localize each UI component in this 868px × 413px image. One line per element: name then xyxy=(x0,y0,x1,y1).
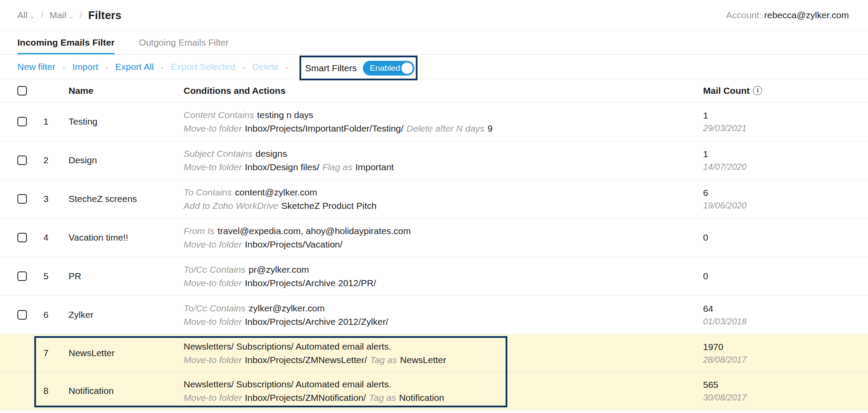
condition-value: zylker@zylker.com xyxy=(249,303,325,313)
toolbar-links: New filter•Import•Export All•Export Sele… xyxy=(17,62,296,72)
table-row[interactable]: 2 Design Subject Containsdesigns Move-to… xyxy=(0,141,868,180)
mail-count-value: 1 xyxy=(703,110,868,121)
table-row[interactable]: 7 NewsLetter Newsletters/ Subscriptions/… xyxy=(0,334,868,372)
filter-tabs: Incoming Emails Filter Outgoing Emails F… xyxy=(0,31,868,55)
filter-name: Testing xyxy=(69,116,184,127)
table-row[interactable]: 8 Notification Newsletters/ Subscription… xyxy=(0,372,868,410)
row-number: 2 xyxy=(43,155,69,165)
mail-count-cell: 565 30/08/2017 xyxy=(703,380,868,403)
filter-conditions: Newsletters/ Subscriptions/ Automated em… xyxy=(184,372,703,410)
table-row[interactable]: 3 StecheZ screens To Containscontent@zyl… xyxy=(0,180,868,218)
condition-line: Newsletters/ Subscriptions/ Automated em… xyxy=(184,377,699,391)
filter-conditions: Newsletters/ Subscriptions/ Automated em… xyxy=(184,334,703,372)
filter-conditions: To Containscontent@zylker.com Add to Zoh… xyxy=(184,180,703,218)
mail-count-date: 29/03/2021 xyxy=(703,123,868,133)
condition-label: Move-to folder xyxy=(184,393,242,403)
top-bar: All ⌄ / Mail ⌄ / Filters Account:rebecca… xyxy=(0,0,868,31)
filters-table-body: 1 Testing Content Containstesting n days… xyxy=(0,102,868,410)
filter-name: Vacation time!! xyxy=(69,232,184,243)
row-number: 5 xyxy=(43,271,69,281)
condition-label: Move-to folder xyxy=(184,239,242,249)
mail-count-cell: 6 19/06/2020 xyxy=(703,188,868,211)
breadcrumb-separator: / xyxy=(41,10,43,20)
condition-label: Flag as xyxy=(322,162,352,172)
mail-count-value: 1 xyxy=(703,149,868,159)
column-header-mail-count: Mail Count i xyxy=(703,86,868,96)
table-row[interactable]: 5 PR To/Cc Containspr@zylker.com Move-to… xyxy=(0,257,868,296)
breadcrumb-separator: / xyxy=(80,10,82,20)
toolbar-link-new-filter[interactable]: New filter xyxy=(17,62,56,72)
condition-line: To Containscontent@zylker.com xyxy=(184,185,699,199)
row-number: 4 xyxy=(43,232,69,243)
toolbar-link-import[interactable]: Import xyxy=(72,62,99,72)
account-label: Account: xyxy=(726,10,762,20)
condition-value: testing n days xyxy=(257,110,313,120)
condition-label: Move-to folder xyxy=(184,355,242,365)
condition-label: To/Cc Contains xyxy=(184,303,246,313)
table-row[interactable]: 1 Testing Content Containstesting n days… xyxy=(0,102,868,141)
mail-count-date: 30/08/2017 xyxy=(703,393,868,403)
row-checkbox[interactable] xyxy=(17,194,27,204)
account-info: Account:rebecca@zylker.com xyxy=(726,10,849,20)
tab-incoming-emails-filter[interactable]: Incoming Emails Filter xyxy=(17,31,115,54)
condition-label: Add to Zoho WorkDrive xyxy=(184,201,278,211)
mail-count-date: 01/03/2018 xyxy=(703,317,868,327)
smart-filters-label: Smart Filters xyxy=(305,63,357,73)
breadcrumb-all[interactable]: All ⌄ xyxy=(17,10,35,20)
condition-value: Notification xyxy=(399,393,444,403)
action-line: Move-to folderInbox/Projects/Archive 201… xyxy=(184,276,699,290)
action-line: Move-to folderInbox/Projects/Archive 201… xyxy=(184,315,699,328)
action-line: Move-to folderInbox/Projects/ZMNotificat… xyxy=(184,391,699,404)
breadcrumb-mail[interactable]: Mail ⌄ xyxy=(49,10,73,20)
column-header-conditions: Conditions and Actions xyxy=(184,86,703,96)
filter-conditions: Content Containstesting n days Move-to f… xyxy=(184,103,703,140)
filter-name: StecheZ screens xyxy=(69,194,184,204)
filters-toolbar: New filter•Import•Export All•Export Sele… xyxy=(0,55,868,79)
toolbar-link-export-all[interactable]: Export All xyxy=(115,62,154,72)
condition-value: content@zylker.com xyxy=(235,187,317,197)
mail-count-value: 565 xyxy=(703,380,868,390)
mail-count-value: 0 xyxy=(703,271,868,281)
row-checkbox[interactable] xyxy=(17,271,27,281)
smart-filters-toggle[interactable]: Enabled xyxy=(363,61,414,76)
toolbar-link-delete: Delete xyxy=(252,62,279,72)
toolbar-separator-dot: • xyxy=(63,64,65,71)
mail-count-date: 28/08/2017 xyxy=(703,355,868,365)
row-checkbox[interactable] xyxy=(17,155,27,165)
page-title: Filters xyxy=(88,9,121,22)
condition-value: NewsLetter xyxy=(400,355,446,365)
filter-name: Design xyxy=(69,155,184,165)
row-checkbox[interactable] xyxy=(17,310,27,320)
mail-count-cell: 64 01/03/2018 xyxy=(703,304,868,327)
action-line: Add to Zoho WorkDriveSketcheZ Product Pi… xyxy=(184,199,699,212)
condition-value: SketcheZ Product Pitch xyxy=(281,201,376,211)
condition-value: pr@zylker.com xyxy=(249,264,309,274)
row-checkbox[interactable] xyxy=(17,233,27,242)
toolbar-separator-dot: • xyxy=(286,64,288,71)
condition-value: Newsletters/ Subscriptions/ Automated em… xyxy=(184,379,391,389)
info-icon[interactable]: i xyxy=(753,86,762,95)
filter-name: PR xyxy=(69,271,184,281)
condition-label: Tag as xyxy=(369,393,396,403)
condition-label: Move-to folder xyxy=(184,162,242,172)
tab-outgoing-emails-filter[interactable]: Outgoing Emails Filter xyxy=(139,31,229,54)
condition-value: Inbox/Design files/ xyxy=(245,162,319,172)
account-email: rebecca@zylker.com xyxy=(764,10,849,20)
row-number: 3 xyxy=(43,194,69,204)
condition-label: Subject Contains xyxy=(184,149,253,159)
select-all-checkbox[interactable] xyxy=(17,86,27,96)
filter-name: NewsLetter xyxy=(69,348,184,358)
table-row[interactable]: 4 Vacation time!! From Istravel@expedia.… xyxy=(0,218,868,257)
action-line: Move-to folderInbox/Design files/Flag as… xyxy=(184,160,699,174)
mail-count-date: 14/07/2020 xyxy=(703,162,868,172)
column-header-name: Name xyxy=(69,86,184,96)
filter-conditions: To/Cc Containspr@zylker.com Move-to fold… xyxy=(184,258,703,295)
condition-value: 9 xyxy=(487,123,493,133)
condition-value: Inbox/Projects/Archive 2012/PR/ xyxy=(245,278,376,288)
toolbar-separator-dot: • xyxy=(105,64,108,71)
condition-value: Inbox/Projects/ZMNewsLetter/ xyxy=(245,355,367,365)
table-row[interactable]: 6 Zylker To/Cc Containszylker@zylker.com… xyxy=(0,296,868,334)
condition-label: From Is xyxy=(184,226,214,236)
mail-count-value: 6 xyxy=(703,188,868,198)
row-checkbox[interactable] xyxy=(17,117,27,126)
